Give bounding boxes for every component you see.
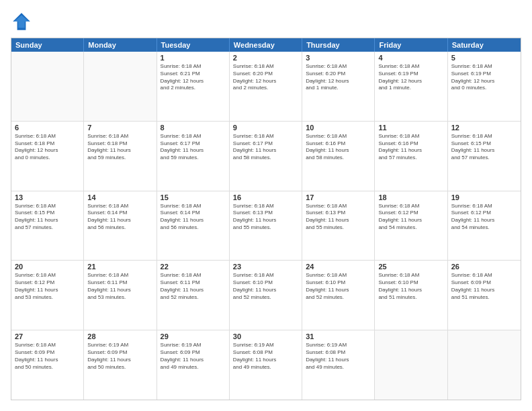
calendar-cell: 30Sunrise: 6:19 AMSunset: 6:08 PMDayligh… (230, 330, 302, 400)
day-info: Sunrise: 6:19 AMSunset: 6:08 PMDaylight:… (306, 342, 371, 371)
day-info: Sunrise: 6:18 AMSunset: 6:09 PMDaylight:… (451, 272, 517, 301)
calendar-cell: 20Sunrise: 6:18 AMSunset: 6:12 PMDayligh… (11, 261, 84, 330)
day-info: Sunrise: 6:18 AMSunset: 6:11 PMDaylight:… (161, 272, 226, 301)
calendar-cell (84, 52, 157, 121)
calendar-cell: 29Sunrise: 6:19 AMSunset: 6:09 PMDayligh… (157, 330, 230, 400)
day-info: Sunrise: 6:18 AMSunset: 6:14 PMDaylight:… (87, 203, 152, 232)
calendar-body: 1Sunrise: 6:18 AMSunset: 6:21 PMDaylight… (11, 52, 521, 400)
logo (11, 11, 35, 32)
day-number: 29 (161, 332, 226, 340)
day-number: 5 (451, 54, 517, 62)
day-number: 20 (15, 263, 80, 271)
calendar-cell: 7Sunrise: 6:18 AMSunset: 6:18 PMDaylight… (84, 122, 157, 191)
day-info: Sunrise: 6:18 AMSunset: 6:10 PMDaylight:… (378, 272, 443, 301)
calendar-cell: 9Sunrise: 6:18 AMSunset: 6:17 PMDaylight… (230, 122, 302, 191)
calendar-cell: 16Sunrise: 6:18 AMSunset: 6:13 PMDayligh… (230, 191, 302, 261)
day-number: 12 (451, 124, 517, 132)
day-info: Sunrise: 6:18 AMSunset: 6:18 PMDaylight:… (87, 133, 152, 162)
day-info: Sunrise: 6:18 AMSunset: 6:20 PMDaylight:… (306, 63, 371, 92)
day-number: 15 (161, 193, 226, 201)
day-info: Sunrise: 6:19 AMSunset: 6:08 PMDaylight:… (233, 342, 298, 371)
calendar-cell: 11Sunrise: 6:18 AMSunset: 6:16 PMDayligh… (375, 122, 447, 191)
calendar-row-5: 27Sunrise: 6:18 AMSunset: 6:09 PMDayligh… (11, 330, 521, 400)
calendar-cell (11, 52, 84, 121)
calendar-row-4: 20Sunrise: 6:18 AMSunset: 6:12 PMDayligh… (11, 261, 521, 330)
day-number: 23 (233, 263, 298, 271)
day-number: 1 (161, 54, 226, 62)
calendar-cell: 10Sunrise: 6:18 AMSunset: 6:16 PMDayligh… (302, 122, 375, 191)
day-info: Sunrise: 6:18 AMSunset: 6:19 PMDaylight:… (451, 63, 517, 92)
day-info: Sunrise: 6:18 AMSunset: 6:11 PMDaylight:… (87, 272, 152, 301)
day-number: 25 (378, 263, 443, 271)
day-number: 6 (15, 124, 80, 132)
calendar-cell: 1Sunrise: 6:18 AMSunset: 6:21 PMDaylight… (157, 52, 230, 121)
day-info: Sunrise: 6:18 AMSunset: 6:15 PMDaylight:… (451, 133, 517, 162)
calendar-cell: 4Sunrise: 6:18 AMSunset: 6:19 PMDaylight… (375, 52, 447, 121)
day-number: 17 (306, 193, 371, 201)
day-info: Sunrise: 6:18 AMSunset: 6:10 PMDaylight:… (233, 272, 298, 301)
calendar-cell: 25Sunrise: 6:18 AMSunset: 6:10 PMDayligh… (375, 261, 447, 330)
header-day-saturday: Saturday (448, 38, 521, 52)
calendar-cell (375, 330, 447, 400)
calendar-cell: 2Sunrise: 6:18 AMSunset: 6:20 PMDaylight… (230, 52, 302, 121)
day-number: 9 (233, 124, 298, 132)
day-number: 18 (378, 193, 443, 201)
day-number: 14 (87, 193, 152, 201)
header (11, 11, 521, 32)
day-info: Sunrise: 6:19 AMSunset: 6:09 PMDaylight:… (87, 342, 152, 371)
calendar-cell: 24Sunrise: 6:18 AMSunset: 6:10 PMDayligh… (302, 261, 375, 330)
calendar-cell: 15Sunrise: 6:18 AMSunset: 6:14 PMDayligh… (157, 191, 230, 261)
calendar-cell: 23Sunrise: 6:18 AMSunset: 6:10 PMDayligh… (230, 261, 302, 330)
day-number: 30 (233, 332, 298, 340)
calendar-row-3: 13Sunrise: 6:18 AMSunset: 6:15 PMDayligh… (11, 191, 521, 261)
day-info: Sunrise: 6:18 AMSunset: 6:16 PMDaylight:… (378, 133, 443, 162)
day-info: Sunrise: 6:18 AMSunset: 6:20 PMDaylight:… (233, 63, 298, 92)
calendar-cell: 31Sunrise: 6:19 AMSunset: 6:08 PMDayligh… (302, 330, 375, 400)
calendar-cell: 21Sunrise: 6:18 AMSunset: 6:11 PMDayligh… (84, 261, 157, 330)
day-info: Sunrise: 6:18 AMSunset: 6:13 PMDaylight:… (306, 203, 371, 232)
day-number: 13 (15, 193, 80, 201)
calendar-cell: 19Sunrise: 6:18 AMSunset: 6:12 PMDayligh… (448, 191, 521, 261)
day-number: 4 (378, 54, 443, 62)
day-number: 3 (306, 54, 371, 62)
day-info: Sunrise: 6:18 AMSunset: 6:17 PMDaylight:… (161, 133, 226, 162)
day-number: 11 (378, 124, 443, 132)
calendar-cell: 22Sunrise: 6:18 AMSunset: 6:11 PMDayligh… (157, 261, 230, 330)
day-number: 26 (451, 263, 517, 271)
day-info: Sunrise: 6:18 AMSunset: 6:19 PMDaylight:… (378, 63, 443, 92)
day-info: Sunrise: 6:18 AMSunset: 6:12 PMDaylight:… (451, 203, 517, 232)
day-info: Sunrise: 6:18 AMSunset: 6:09 PMDaylight:… (15, 342, 80, 371)
day-info: Sunrise: 6:18 AMSunset: 6:12 PMDaylight:… (378, 203, 443, 232)
day-number: 7 (87, 124, 152, 132)
calendar-cell: 8Sunrise: 6:18 AMSunset: 6:17 PMDaylight… (157, 122, 230, 191)
day-info: Sunrise: 6:18 AMSunset: 6:18 PMDaylight:… (15, 133, 80, 162)
svg-marker-1 (14, 15, 29, 28)
day-number: 2 (233, 54, 298, 62)
page: SundayMondayTuesdayWednesdayThursdayFrid… (0, 0, 532, 411)
logo-icon (11, 11, 32, 32)
day-info: Sunrise: 6:18 AMSunset: 6:10 PMDaylight:… (306, 272, 371, 301)
calendar-cell: 14Sunrise: 6:18 AMSunset: 6:14 PMDayligh… (84, 191, 157, 261)
header-day-sunday: Sunday (11, 38, 84, 52)
header-day-thursday: Thursday (302, 38, 375, 52)
calendar-cell (448, 330, 521, 400)
header-day-friday: Friday (375, 38, 447, 52)
day-number: 24 (306, 263, 371, 271)
day-number: 28 (87, 332, 152, 340)
day-info: Sunrise: 6:18 AMSunset: 6:13 PMDaylight:… (233, 203, 298, 232)
day-number: 31 (306, 332, 371, 340)
calendar-cell: 27Sunrise: 6:18 AMSunset: 6:09 PMDayligh… (11, 330, 84, 400)
calendar-cell: 28Sunrise: 6:19 AMSunset: 6:09 PMDayligh… (84, 330, 157, 400)
calendar-cell: 3Sunrise: 6:18 AMSunset: 6:20 PMDaylight… (302, 52, 375, 121)
day-info: Sunrise: 6:19 AMSunset: 6:09 PMDaylight:… (161, 342, 226, 371)
day-number: 16 (233, 193, 298, 201)
header-day-monday: Monday (84, 38, 157, 52)
calendar-header: SundayMondayTuesdayWednesdayThursdayFrid… (11, 38, 521, 52)
calendar-cell: 13Sunrise: 6:18 AMSunset: 6:15 PMDayligh… (11, 191, 84, 261)
day-number: 22 (161, 263, 226, 271)
day-number: 10 (306, 124, 371, 132)
day-number: 21 (87, 263, 152, 271)
day-number: 19 (451, 193, 517, 201)
calendar-row-2: 6Sunrise: 6:18 AMSunset: 6:18 PMDaylight… (11, 122, 521, 191)
calendar-cell: 12Sunrise: 6:18 AMSunset: 6:15 PMDayligh… (448, 122, 521, 191)
